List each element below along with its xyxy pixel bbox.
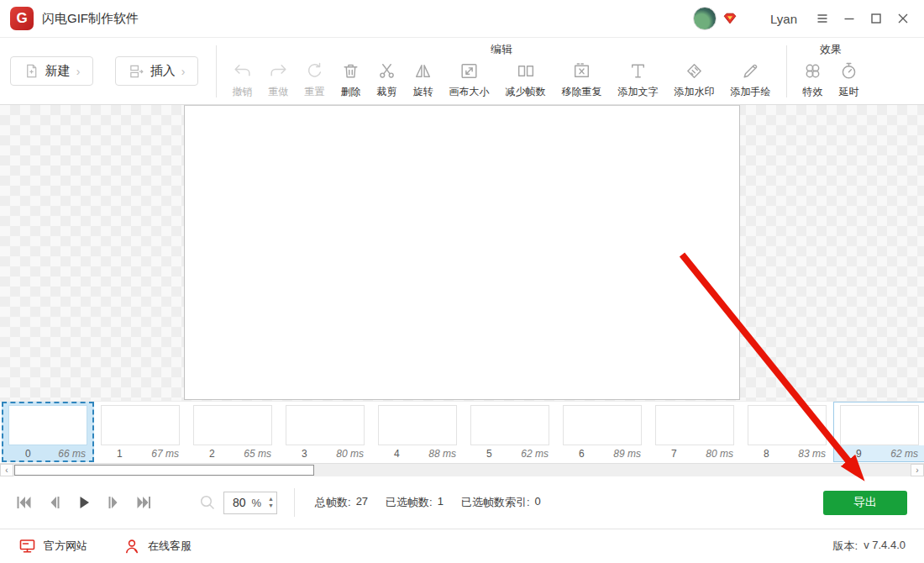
tool-add-watermark[interactable]: 添加水印 — [666, 61, 722, 99]
zoom-level-input[interactable]: 80 % ▲ ▼ — [223, 492, 277, 514]
tool-delay[interactable]: 延时 — [831, 61, 867, 99]
chevron-right-icon: › — [76, 65, 81, 78]
minimize-icon[interactable] — [837, 6, 862, 31]
username[interactable]: Lyan — [759, 12, 808, 26]
frame-index: 0 — [25, 448, 31, 460]
frame-thumbnail-5[interactable]: 562 ms — [464, 402, 556, 462]
frame-image — [655, 405, 734, 445]
selected-frames-value: 1 — [438, 495, 444, 510]
official-website-label: 官方网站 — [44, 539, 87, 554]
tool-reduce-frames[interactable]: 减少帧数 — [497, 61, 554, 99]
menu-icon[interactable] — [810, 6, 835, 31]
total-frames-label: 总帧数: — [315, 495, 351, 510]
frame-image — [378, 405, 457, 445]
frame-delay: 80 ms — [706, 448, 733, 460]
frame-thumbnail-0[interactable]: 066 ms — [2, 402, 94, 462]
support-person-icon — [123, 538, 140, 555]
frame-image — [8, 405, 87, 445]
skip-start-icon — [15, 494, 32, 511]
playback-bar: 80 % ▲ ▼ 总帧数:27 已选帧数:1 已选帧数索引:0 导出 — [0, 476, 924, 529]
frame-delay: 66 ms — [58, 448, 86, 460]
frame-image — [193, 405, 272, 445]
tool-undo[interactable]: 撤销 — [224, 61, 260, 99]
status-bar: 官方网站 在线客服 版本: v 7.4.4.0 — [0, 529, 924, 563]
frame-thumbnail-4[interactable]: 488 ms — [371, 402, 464, 462]
insert-button[interactable]: 插入 › — [115, 56, 198, 86]
zoom-value: 80 — [233, 496, 246, 509]
tool-delete[interactable]: 删除 — [333, 61, 369, 99]
frame-thumbnail-3[interactable]: 380 ms — [279, 402, 371, 462]
play-button[interactable] — [76, 494, 92, 511]
edit-group-label: 编辑 — [224, 38, 779, 55]
frame-delay: 67 ms — [151, 448, 179, 460]
toolbar: 新建 › 插入 › 编辑 撤销 重做 重置 删除 — [0, 38, 924, 105]
frame-index: 7 — [671, 448, 677, 460]
frame-thumbnail-9[interactable]: 962 ms — [833, 402, 924, 462]
scroll-left-icon[interactable]: ‹ — [0, 464, 13, 476]
new-button[interactable]: 新建 › — [10, 56, 93, 86]
online-support-link[interactable]: 在线客服 — [123, 538, 192, 555]
vip-badge-icon[interactable] — [722, 12, 738, 25]
frame-thumbnail-7[interactable]: 780 ms — [648, 402, 741, 462]
title-bar: G 闪电GIF制作软件 Lyan — [0, 0, 924, 38]
frame-image — [563, 405, 642, 445]
insert-icon — [129, 63, 144, 79]
timeline-scrollbar[interactable]: ‹ › — [0, 463, 924, 476]
official-website-link[interactable]: 官方网站 — [18, 538, 87, 555]
frame-delay: 65 ms — [244, 448, 271, 460]
frame-delay: 83 ms — [798, 448, 826, 460]
frame-stats: 总帧数:27 已选帧数:1 已选帧数索引:0 — [315, 495, 541, 510]
tool-add-text[interactable]: 添加文字 — [610, 61, 666, 99]
reduce-frames-icon — [515, 61, 536, 82]
frame-thumbnail-6[interactable]: 689 ms — [556, 402, 648, 462]
scroll-right-icon[interactable]: › — [911, 464, 924, 476]
first-frame-button[interactable] — [15, 494, 32, 511]
frame-delay: 80 ms — [336, 448, 364, 460]
scrollbar-thumb[interactable] — [14, 465, 314, 476]
frame-delay: 62 ms — [521, 448, 549, 460]
frame-index: 6 — [579, 448, 585, 460]
tool-rotate[interactable]: 旋转 — [405, 61, 441, 99]
workspace — [0, 105, 924, 401]
tool-canvas-size[interactable]: 画布大小 — [441, 61, 497, 99]
app-logo-icon: G — [10, 7, 34, 30]
selected-frames-label: 已选帧数: — [386, 495, 433, 510]
previous-frame-button[interactable] — [45, 494, 62, 511]
tool-redo[interactable]: 重做 — [260, 61, 297, 99]
tool-add-drawing[interactable]: 添加手绘 — [722, 61, 779, 99]
user-avatar[interactable] — [693, 7, 717, 30]
frame-index: 3 — [302, 448, 307, 460]
tool-special-effects[interactable]: 特效 — [795, 61, 831, 99]
add-text-icon — [627, 61, 648, 82]
maximize-icon[interactable] — [864, 6, 889, 31]
frame-delay: 89 ms — [613, 448, 641, 460]
last-frame-button[interactable] — [136, 494, 153, 511]
frame-thumbnail-2[interactable]: 265 ms — [186, 402, 279, 462]
frame-thumbnail-1[interactable]: 167 ms — [94, 402, 186, 462]
close-icon[interactable] — [890, 6, 916, 31]
frame-delay: 88 ms — [428, 448, 456, 460]
version-value: v 7.4.4.0 — [864, 539, 906, 554]
frame-index: 1 — [117, 448, 123, 460]
frame-image — [286, 405, 365, 445]
play-icon — [76, 494, 92, 511]
gif-canvas[interactable] — [184, 105, 740, 400]
effects-group-label: 效果 — [795, 38, 867, 55]
new-file-icon — [24, 63, 39, 79]
tool-reset[interactable]: 重置 — [297, 61, 333, 99]
frame-delay: 62 ms — [890, 448, 918, 460]
tool-crop[interactable]: 裁剪 — [369, 61, 405, 99]
add-watermark-icon — [684, 61, 705, 82]
frame-index: 4 — [394, 448, 400, 460]
frame-image — [748, 405, 827, 445]
step-back-icon — [45, 494, 62, 511]
frame-thumbnail-8[interactable]: 883 ms — [741, 402, 833, 462]
controlbar-divider — [294, 488, 295, 517]
pencil-icon — [740, 61, 761, 82]
next-frame-button[interactable] — [106, 494, 123, 511]
export-button[interactable]: 导出 — [823, 491, 907, 515]
online-support-label: 在线客服 — [148, 539, 192, 554]
tool-remove-duplicates[interactable]: 移除重复 — [554, 61, 610, 99]
spin-down-icon[interactable]: ▼ — [268, 502, 274, 509]
spin-up-icon[interactable]: ▲ — [268, 496, 274, 502]
